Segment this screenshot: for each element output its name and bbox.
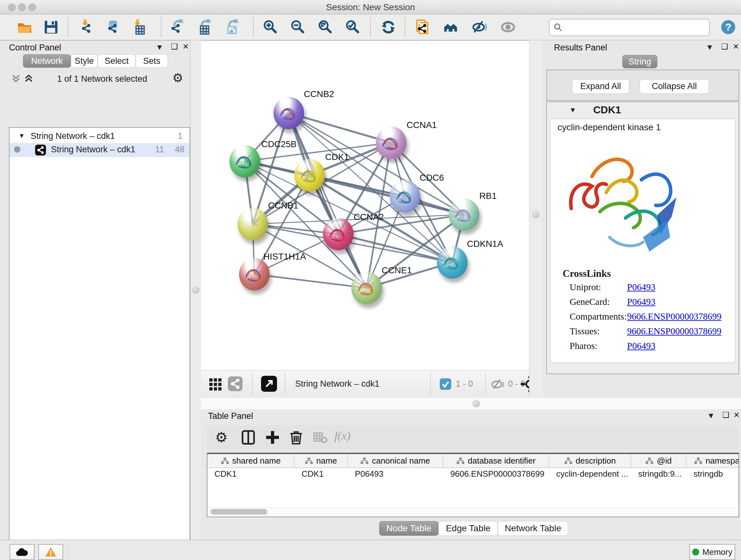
tab-select[interactable]: Select bbox=[98, 54, 136, 68]
node-CDKN1A[interactable] bbox=[437, 246, 468, 279]
hidden-eye-icon[interactable] bbox=[491, 378, 505, 392]
refresh-icon[interactable] bbox=[381, 19, 397, 36]
protein-collapse-icon[interactable]: ▼ bbox=[569, 106, 576, 114]
network-row-selected[interactable]: String Network – cdk1 11 48 bbox=[10, 143, 190, 157]
open-in-window-icon[interactable] bbox=[261, 376, 277, 392]
results-panel-menu-icon[interactable]: ▼ bbox=[706, 43, 714, 52]
toolbar-separator bbox=[405, 17, 405, 37]
tab-network-table[interactable]: Network Table bbox=[498, 521, 568, 536]
copy-share-document-icon[interactable] bbox=[415, 19, 431, 36]
node-label-CCNA1: CCNA1 bbox=[407, 120, 437, 130]
table-panel-menu-icon[interactable]: ▼ bbox=[707, 411, 715, 420]
help-icon[interactable]: ? bbox=[720, 19, 737, 36]
add-column-icon[interactable] bbox=[264, 429, 281, 446]
table-row[interactable]: CDK1CDK1P064939606.ENSP00000378699cyclin… bbox=[207, 468, 739, 480]
network-collection-count: 1 bbox=[178, 131, 183, 141]
column-header-database-identifier[interactable]: database identifier bbox=[443, 454, 549, 468]
tab-network[interactable]: Network bbox=[23, 54, 71, 68]
open-file-icon[interactable] bbox=[17, 19, 33, 36]
column-header-namespace[interactable]: namespace bbox=[686, 454, 739, 468]
zoom-out-icon[interactable] bbox=[290, 19, 307, 36]
share-network-icon[interactable] bbox=[228, 376, 243, 391]
column-header-shared-name[interactable]: shared name bbox=[207, 454, 294, 468]
column-header--id[interactable]: @id bbox=[631, 454, 686, 468]
control-panel-menu-icon[interactable]: ▼ bbox=[156, 43, 163, 52]
node-CCNA1[interactable] bbox=[376, 126, 407, 159]
horizontal-scrollbar[interactable] bbox=[208, 507, 737, 516]
horizontal-splitter-handle[interactable] bbox=[472, 400, 480, 408]
node-CCNB1[interactable] bbox=[238, 208, 268, 240]
network-collection-row[interactable]: ▼ String Network – cdk1 1 bbox=[10, 130, 190, 144]
collapse-all-button[interactable]: Collapse All bbox=[639, 79, 709, 94]
column-header-label: shared name bbox=[232, 456, 281, 466]
zoom-fit-icon[interactable] bbox=[317, 19, 334, 36]
horizontal-scrollbar-thumb[interactable] bbox=[211, 509, 267, 515]
selected-checkbox-icon[interactable] bbox=[440, 378, 451, 390]
table-panel-float-icon[interactable]: ❑ bbox=[723, 411, 730, 420]
zoom-in-icon[interactable] bbox=[262, 19, 279, 36]
import-network-file-icon[interactable] bbox=[79, 19, 96, 36]
node-CDC6[interactable] bbox=[390, 180, 420, 212]
zoom-selected-icon[interactable] bbox=[345, 19, 361, 36]
import-network-database-icon[interactable] bbox=[105, 19, 122, 36]
node-CCNA2[interactable] bbox=[323, 218, 354, 250]
show-eye-icon[interactable] bbox=[500, 19, 516, 36]
left-splitter[interactable] bbox=[190, 40, 201, 540]
warning-button[interactable] bbox=[38, 544, 63, 560]
table-panel-close-icon[interactable]: ✕ bbox=[733, 411, 740, 420]
column-header-canonical-name[interactable]: canonical name bbox=[348, 454, 443, 468]
crosslink-link[interactable]: 9606.ENSP00000378699 bbox=[627, 311, 722, 322]
results-panel-close-icon[interactable]: ✕ bbox=[733, 42, 739, 51]
export-image-icon[interactable] bbox=[223, 19, 240, 36]
edge-CCNB2-CCNA1 bbox=[289, 113, 391, 143]
gear-icon[interactable]: ⚙ bbox=[172, 71, 183, 85]
control-panel-close-icon[interactable]: ✕ bbox=[183, 42, 189, 51]
tab-node-table[interactable]: Node Table bbox=[379, 521, 439, 536]
node-CDC25B[interactable] bbox=[229, 145, 260, 178]
home-networks-icon[interactable] bbox=[444, 19, 460, 36]
search-box[interactable] bbox=[549, 19, 710, 36]
results-panel-float-icon[interactable]: ❑ bbox=[721, 42, 728, 51]
export-table-icon[interactable] bbox=[196, 19, 212, 36]
expand-all-button[interactable]: Expand All bbox=[572, 79, 629, 94]
tab-edge-table[interactable]: Edge Table bbox=[439, 521, 498, 536]
table-toolbar: ⚙ f(x) bbox=[207, 425, 738, 449]
crosslink-link[interactable]: 9606.ENSP00000378699 bbox=[627, 326, 722, 336]
node-RB1[interactable] bbox=[449, 198, 479, 231]
left-splitter-handle[interactable] bbox=[192, 286, 199, 294]
export-network-icon[interactable] bbox=[169, 19, 185, 36]
collapse-triangle-icon[interactable]: ▼ bbox=[18, 132, 25, 139]
right-splitter[interactable] bbox=[529, 40, 543, 398]
control-panel-float-icon[interactable]: ❑ bbox=[171, 42, 178, 51]
node-CDK1[interactable] bbox=[294, 159, 325, 192]
network-canvas[interactable]: CCNB2CCNA1CDC25BCDK1CDC6RB1CCNB1CCNA2CDK… bbox=[201, 41, 529, 370]
node-CCNE1[interactable] bbox=[351, 272, 382, 304]
cloud-button[interactable] bbox=[10, 544, 35, 560]
horizontal-splitter[interactable] bbox=[201, 398, 741, 410]
delete-column-trash-icon[interactable] bbox=[288, 429, 305, 446]
memory-button[interactable]: Memory bbox=[689, 544, 735, 560]
search-input[interactable] bbox=[567, 22, 709, 33]
node-CCNB2[interactable] bbox=[273, 97, 304, 129]
column-header-name[interactable]: name bbox=[294, 454, 348, 468]
right-splitter-handle[interactable] bbox=[532, 211, 540, 219]
crosslink-link[interactable]: P06493 bbox=[627, 341, 656, 351]
import-table-icon[interactable] bbox=[131, 19, 148, 36]
collapse-all-icon[interactable] bbox=[11, 73, 24, 85]
tab-string[interactable]: String bbox=[622, 55, 657, 68]
crosslink-link[interactable]: P06493 bbox=[627, 297, 656, 307]
crosslink-link[interactable]: P06493 bbox=[627, 282, 656, 293]
hide-unhide-icon[interactable] bbox=[472, 19, 488, 36]
column-header-description[interactable]: description bbox=[549, 454, 631, 468]
show-columns-icon[interactable] bbox=[240, 429, 257, 446]
show-grid-icon[interactable] bbox=[209, 377, 223, 392]
tab-style[interactable]: Style bbox=[71, 54, 98, 68]
node-HIST1H1A[interactable] bbox=[239, 258, 270, 291]
tab-sets[interactable]: Sets bbox=[136, 54, 168, 68]
memory-label: Memory bbox=[702, 547, 732, 557]
save-session-icon[interactable] bbox=[43, 19, 59, 36]
node-label-CDK1: CDK1 bbox=[325, 152, 349, 162]
expand-all-icon[interactable] bbox=[24, 73, 37, 85]
table-cell: CDK1 bbox=[294, 468, 348, 480]
table-settings-gear-icon[interactable]: ⚙ bbox=[215, 429, 232, 446]
